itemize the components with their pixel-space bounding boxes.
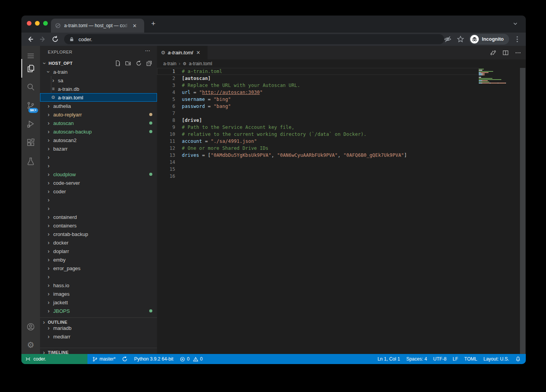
code-line[interactable]: 10# relative to the current working dire… — [157, 131, 479, 138]
code-line[interactable]: 5username = "bing" — [157, 96, 479, 103]
reload-icon[interactable] — [51, 35, 59, 43]
tree-item-bazarr[interactable]: ›bazarr — [40, 144, 157, 153]
workspace-section-header[interactable]: › HOST_OPT — [42, 59, 73, 68]
code-line[interactable]: 11account = "./sa/4991.json" — [157, 138, 479, 145]
code-line[interactable]: 16 — [157, 173, 479, 180]
testing-icon[interactable] — [21, 152, 40, 171]
indentation-status[interactable]: Spaces: 4 — [406, 356, 427, 362]
code-line[interactable]: 3# Replace the URL with your Autoscan UR… — [157, 82, 479, 89]
collapse-all-icon[interactable] — [146, 60, 152, 66]
refresh-icon[interactable] — [136, 60, 142, 66]
explorer-icon[interactable] — [21, 59, 40, 78]
tree-item-mediarr[interactable]: ›mediarr — [40, 332, 157, 339]
tree-item-auto-replyarr[interactable]: ›auto-replyarr — [40, 110, 157, 119]
browser-tab[interactable]: a-train.toml — host_opt — cod ✕ — [51, 19, 144, 33]
new-folder-icon[interactable] — [125, 60, 131, 66]
code-line[interactable]: 1# a-train.toml — [157, 68, 479, 75]
bookmark-star-icon[interactable] — [457, 35, 464, 43]
tree-item-sa[interactable]: ›sa — [40, 76, 157, 85]
browser-menu-icon[interactable] — [513, 35, 521, 43]
code-line[interactable]: 4url = "http://autoscan:3030" — [157, 89, 479, 96]
tree-item-containerd[interactable]: ›containerd — [40, 213, 157, 221]
breadcrumb[interactable]: a-train › ⚙ a-train.toml — [163, 59, 212, 68]
tree-item-autoscan[interactable]: ›autoscan — [40, 119, 157, 127]
tree-item-authelia[interactable]: ›authelia — [40, 102, 157, 110]
tree-item-images[interactable]: ›images — [40, 290, 157, 298]
code-line[interactable]: 12# One or more Shared Drive IDs — [157, 145, 479, 152]
encoding-status[interactable]: UTF-8 — [433, 356, 447, 362]
notifications-bell-icon[interactable] — [515, 356, 521, 362]
source-control-icon[interactable]: 9K+ — [21, 96, 40, 115]
run-debug-icon[interactable] — [21, 115, 40, 134]
tree-item-emby[interactable]: ›emby — [40, 255, 157, 264]
explorer-more-icon[interactable]: ⋯ — [145, 47, 151, 54]
tree-item-code-server[interactable]: ›code-server — [40, 179, 157, 187]
code-line[interactable]: 6password = "bang" — [157, 103, 479, 110]
language-mode-status[interactable]: TOML — [464, 356, 477, 362]
breadcrumb-file[interactable]: a-train.toml — [189, 61, 212, 66]
line-number: 10 — [157, 131, 175, 138]
code-line[interactable]: 9# Path to the Service Account key file, — [157, 124, 479, 131]
maximize-window-button[interactable] — [43, 21, 48, 26]
tree-item-a-train.toml[interactable]: ⚙a-train.toml — [40, 93, 157, 102]
tree-item-jackett[interactable]: ›jackett — [40, 298, 157, 307]
new-tab-button[interactable]: + — [151, 19, 155, 28]
tree-item-doplarr[interactable]: ›doplarr — [40, 247, 157, 255]
tree-item[interactable]: › — [40, 272, 157, 281]
extensions-icon[interactable] — [21, 134, 40, 152]
tree-item-crontab-backup[interactable]: ›crontab-backup — [40, 230, 157, 238]
code-line[interactable]: 7 — [157, 110, 479, 117]
tree-item-coder[interactable]: ›coder — [40, 187, 157, 196]
breadcrumb-folder[interactable]: a-train — [163, 61, 176, 66]
outline-section[interactable]: › OUTLINE — [40, 317, 157, 326]
search-icon[interactable] — [21, 78, 40, 96]
url-bar[interactable]: coder. — [64, 34, 444, 44]
keyboard-layout-status[interactable]: Layout: U.S. — [483, 356, 509, 362]
tree-item-a-train.db[interactable]: ≡a-train.db — [40, 85, 157, 93]
cursor-position-status[interactable]: Ln 1, Col 1 — [377, 356, 400, 362]
tree-item-JBOPS[interactable]: ›JBOPS — [40, 307, 157, 315]
minimize-window-button[interactable] — [35, 21, 40, 26]
code-line[interactable]: 8[drive] — [157, 117, 479, 124]
account-icon[interactable] — [21, 317, 40, 336]
settings-gear-icon[interactable]: ⚙ — [21, 335, 40, 354]
tree-item[interactable]: › — [40, 153, 157, 161]
forward-icon[interactable] — [39, 35, 47, 43]
code-line[interactable]: 2[autoscan] — [157, 75, 479, 82]
tree-item-hass.io[interactable]: ›hass.io — [40, 281, 157, 290]
code-area[interactable]: 1# a-train.toml2[autoscan]3# Replace the… — [157, 68, 526, 354]
code-line[interactable]: 14 — [157, 159, 479, 166]
eol-status[interactable]: LF — [453, 356, 458, 362]
tree-item-error_pages[interactable]: ›error_pages — [40, 264, 157, 272]
tree-item[interactable]: › — [40, 196, 157, 204]
incognito-badge[interactable]: Incognito — [469, 34, 509, 45]
tree-item-containers[interactable]: ›containers — [40, 221, 157, 230]
python-version-status[interactable]: Python 3.9.2 64-bit — [134, 356, 173, 362]
eye-off-icon[interactable] — [444, 35, 452, 43]
close-window-button[interactable] — [27, 21, 31, 26]
minimap[interactable] — [479, 69, 510, 87]
new-file-icon[interactable] — [115, 60, 121, 66]
tree-item-docker[interactable]: ›docker — [40, 238, 157, 247]
editor-more-icon[interactable] — [515, 50, 521, 56]
sync-icon[interactable] — [122, 356, 127, 362]
back-icon[interactable] — [26, 35, 34, 43]
split-editor-icon[interactable] — [502, 50, 509, 56]
git-branch-status[interactable]: master* — [92, 356, 115, 362]
tree-item-a-train[interactable]: ›a-train — [40, 68, 157, 76]
tab-search-chevron-icon[interactable] — [513, 21, 518, 26]
tree-item-autoscan-backup[interactable]: ›autoscan-backup — [40, 127, 157, 136]
tab-close-icon[interactable]: ✕ — [133, 23, 137, 28]
remote-indicator[interactable]: coder. — [21, 354, 87, 364]
tree-item-autoscan2[interactable]: ›autoscan2 — [40, 136, 157, 144]
editor-scrollbar[interactable] — [520, 68, 525, 354]
tree-item-cloudplow[interactable]: ›cloudplow — [40, 170, 157, 179]
tree-item[interactable]: › — [40, 204, 157, 213]
code-line[interactable]: 13drives = ["0AMdbDu5YgKbsUk9PVA", "0AN6… — [157, 152, 479, 159]
open-changes-icon[interactable] — [490, 50, 496, 56]
problems-status[interactable]: 0 0 — [180, 356, 202, 362]
editor-tab-close-icon[interactable]: ✕ — [196, 50, 201, 56]
code-line[interactable]: 15 — [157, 166, 479, 173]
tree-item[interactable]: › — [40, 161, 157, 170]
editor-tab[interactable]: ⚙ a-train.toml ✕ — [157, 46, 208, 59]
